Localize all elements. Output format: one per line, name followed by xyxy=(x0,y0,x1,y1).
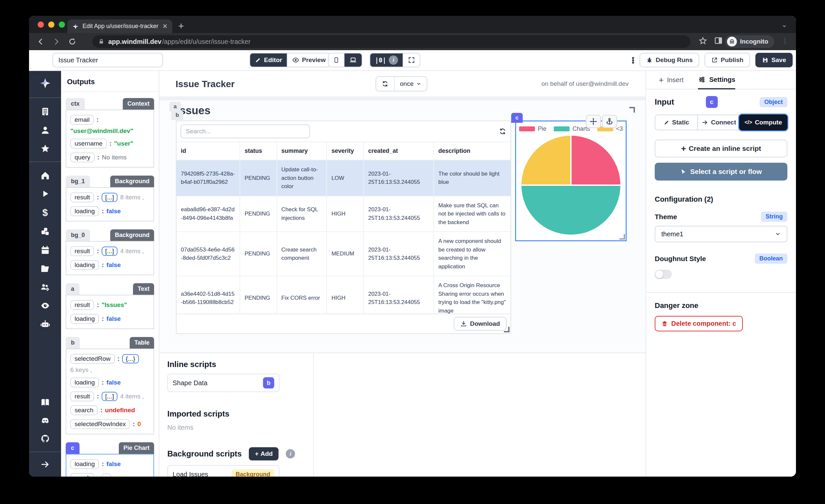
output-token[interactable]: [...] xyxy=(102,193,118,202)
output-token[interactable]: [...] xyxy=(102,392,118,401)
anchor-component-button[interactable] xyxy=(602,115,617,128)
pie-chart-component[interactable]: PieCharts<3 xyxy=(515,121,627,241)
more-options-icon[interactable]: ••• xyxy=(631,57,634,64)
outputs-section-tab-ctx[interactable]: ctx xyxy=(66,98,85,110)
table-component[interactable]: idstatussummaryseveritycreated_atdescrip… xyxy=(176,121,511,334)
folders-icon[interactable] xyxy=(40,264,51,274)
connect-option[interactable]: Connect xyxy=(697,115,740,130)
home-icon[interactable] xyxy=(40,171,50,181)
tab-close-icon[interactable]: ✕ xyxy=(162,22,168,30)
bookmark-star-icon[interactable] xyxy=(698,36,707,46)
output-key[interactable]: loading xyxy=(70,459,99,469)
output-token[interactable]: {...} xyxy=(122,354,139,363)
info-icon[interactable]: i xyxy=(286,449,295,458)
outputs-section-tab-c[interactable]: c xyxy=(66,442,80,454)
select-script-or-flow-button[interactable]: Select a script or flow xyxy=(655,163,788,181)
workspace-building-icon[interactable] xyxy=(40,106,50,117)
theme-select[interactable]: theme1 xyxy=(655,226,788,242)
resources-dice-icon[interactable] xyxy=(40,227,50,237)
output-key[interactable]: result xyxy=(70,300,94,310)
browser-menu-icon[interactable]: ••• xyxy=(783,38,786,45)
app-canvas[interactable]: a Issues b idstatussummaryseveritycreate… xyxy=(159,100,646,353)
table-row[interactable]: a36e4402-51d8-4d15-b566-119088b8cb52PEND… xyxy=(176,276,511,313)
output-key[interactable]: username xyxy=(70,139,107,149)
collapse-arrow-icon[interactable] xyxy=(40,459,50,470)
forward-icon[interactable] xyxy=(52,37,61,46)
ai-robot-icon[interactable] xyxy=(40,319,51,329)
preview-mode-button[interactable]: Preview xyxy=(287,54,330,67)
legend-item[interactable]: Charts xyxy=(554,126,590,132)
search-input[interactable] xyxy=(180,125,310,138)
runs-play-icon[interactable] xyxy=(41,189,50,198)
mobile-view-button[interactable] xyxy=(329,54,344,67)
minimize-window-button[interactable] xyxy=(48,21,55,28)
add-background-script-button[interactable]: + Add xyxy=(249,447,279,460)
inline-script-item[interactable]: Shape Data b xyxy=(167,374,280,392)
output-key[interactable]: result xyxy=(70,391,94,401)
tab-search-chevron-icon[interactable]: ⌄ xyxy=(781,20,788,29)
back-icon[interactable] xyxy=(36,37,45,46)
column-header[interactable]: severity xyxy=(327,142,363,160)
table-row[interactable]: eaba8d96-e387-4d2d-8494-096e4143b8faPEND… xyxy=(176,196,511,232)
outputs-section-tab-bg_0[interactable]: bg_0 xyxy=(66,229,90,241)
output-key[interactable]: loading xyxy=(70,314,99,324)
editor-mode-button[interactable]: Editor xyxy=(250,54,287,67)
discord-icon[interactable] xyxy=(40,416,51,425)
component-c-tag[interactable]: c xyxy=(511,113,523,123)
groups-gear-icon[interactable] xyxy=(40,282,51,292)
legend-item[interactable]: Pie xyxy=(519,126,546,132)
outputs-section-tab-b[interactable]: b xyxy=(66,337,80,349)
tab-settings[interactable]: Settings xyxy=(698,71,735,89)
output-key[interactable]: loading xyxy=(70,260,99,270)
output-key[interactable]: result xyxy=(70,473,94,477)
column-header[interactable]: summary xyxy=(277,142,327,160)
output-key[interactable]: result xyxy=(70,193,94,202)
output-key[interactable]: loading xyxy=(70,378,99,387)
fullscreen-button[interactable] xyxy=(402,54,420,67)
column-header[interactable]: description xyxy=(434,142,511,160)
zoom-window-button[interactable] xyxy=(59,21,65,28)
browser-tab[interactable]: Edit App u/user/issue-tracker | ✕ xyxy=(67,19,172,33)
desktop-view-button[interactable] xyxy=(344,54,362,67)
docs-book-icon[interactable] xyxy=(40,398,51,407)
delete-component-button[interactable]: Delete component: c xyxy=(655,316,743,332)
save-button[interactable]: Save xyxy=(755,53,793,67)
column-header[interactable]: created_at xyxy=(364,142,434,160)
download-button[interactable]: Download xyxy=(454,317,507,331)
output-key[interactable]: loading xyxy=(70,206,99,216)
publish-button[interactable]: Publish xyxy=(704,53,750,67)
background-script-item[interactable]: Load Issues Background xyxy=(167,465,280,477)
output-key[interactable]: selectedRow xyxy=(70,354,115,364)
output-token[interactable]: [...] xyxy=(102,246,118,256)
incognito-badge[interactable]: Incognito xyxy=(725,35,774,48)
app-name-input[interactable]: Issue Tracker xyxy=(53,53,163,67)
windmill-logo-icon[interactable] xyxy=(39,77,52,89)
table-row[interactable]: 794208f5-2735-428a-b4af-b071ff0a2962PEND… xyxy=(176,160,511,196)
static-option[interactable]: Static xyxy=(655,115,697,130)
outputs-section-tab-a[interactable]: a xyxy=(66,283,80,295)
component-b-tag[interactable]: b xyxy=(171,110,183,120)
resize-handle[interactable] xyxy=(619,234,625,240)
new-tab-button[interactable]: + xyxy=(178,21,184,31)
tab-insert[interactable]: + Insert xyxy=(659,71,683,89)
doughnut-style-toggle[interactable] xyxy=(655,270,672,279)
outputs-section-tab-bg_1[interactable]: bg_1 xyxy=(66,175,90,187)
resize-handle[interactable] xyxy=(629,107,635,113)
user-icon[interactable] xyxy=(40,125,50,135)
output-key[interactable]: email xyxy=(70,115,94,125)
output-key[interactable]: search xyxy=(70,405,98,415)
output-key[interactable]: query xyxy=(70,152,95,162)
column-header[interactable]: status xyxy=(240,142,277,160)
side-panel-icon[interactable] xyxy=(714,36,723,45)
close-window-button[interactable] xyxy=(38,21,44,28)
schedule-dropdown[interactable]: once xyxy=(394,77,427,91)
output-key[interactable]: result xyxy=(70,246,94,256)
move-component-button[interactable] xyxy=(586,115,601,128)
variables-dollar-icon[interactable]: $ xyxy=(42,207,48,218)
refresh-button[interactable] xyxy=(376,77,394,91)
output-token[interactable]: - xyxy=(102,473,111,477)
debug-runs-button[interactable]: Debug Runs xyxy=(640,53,699,67)
table-refresh-icon[interactable] xyxy=(499,127,507,135)
resize-handle[interactable] xyxy=(504,327,510,332)
favorites-star-icon[interactable] xyxy=(40,144,50,153)
